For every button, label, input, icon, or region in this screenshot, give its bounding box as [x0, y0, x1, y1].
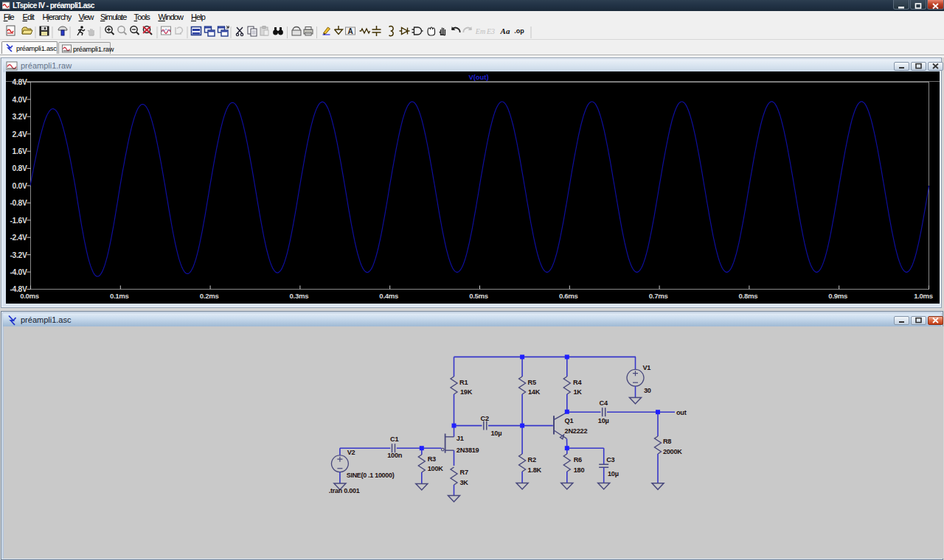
- svg-text:0.0V: 0.0V: [13, 182, 27, 190]
- svg-text:-3.2V: -3.2V: [10, 251, 27, 259]
- svg-text:1K: 1K: [574, 388, 583, 396]
- svg-text:30: 30: [644, 387, 651, 394]
- svg-text:V2: V2: [347, 449, 355, 456]
- svg-text:0.9ms: 0.9ms: [828, 292, 847, 300]
- svg-text:0.7ms: 0.7ms: [649, 292, 668, 300]
- svg-text:3K: 3K: [460, 479, 469, 486]
- svg-text:2N2222: 2N2222: [565, 427, 588, 435]
- svg-text:10µ: 10µ: [598, 417, 609, 424]
- svg-text:V1: V1: [642, 364, 650, 371]
- svg-text:0.5ms: 0.5ms: [469, 292, 488, 300]
- svg-text:4.8V: 4.8V: [13, 78, 27, 86]
- svg-text:-1.6V: -1.6V: [10, 217, 27, 225]
- svg-text:10µ: 10µ: [608, 470, 619, 477]
- svg-text:3.2V: 3.2V: [13, 113, 27, 121]
- svg-text:2000K: 2000K: [663, 448, 682, 455]
- svg-text:0.1ms: 0.1ms: [110, 292, 129, 300]
- svg-text:C3: C3: [606, 456, 614, 463]
- svg-text:100K: 100K: [428, 465, 444, 472]
- svg-text:C1: C1: [390, 435, 398, 443]
- svg-text:10µ: 10µ: [491, 430, 502, 437]
- svg-text:0.6ms: 0.6ms: [559, 292, 578, 300]
- svg-text:V(out): V(out): [468, 73, 488, 81]
- svg-text:R6: R6: [574, 456, 582, 463]
- svg-text:-2.4V: -2.4V: [10, 234, 27, 242]
- svg-text:out: out: [676, 409, 687, 416]
- svg-text:2.4V: 2.4V: [13, 130, 27, 139]
- svg-text:R2: R2: [528, 456, 536, 463]
- svg-text:Q1: Q1: [565, 417, 574, 424]
- svg-text:R4: R4: [573, 379, 582, 386]
- svg-text:1.6V: 1.6V: [13, 147, 27, 155]
- svg-text:.op: .op: [514, 27, 524, 35]
- svg-text:-0.8V: -0.8V: [10, 199, 27, 207]
- svg-text:E3: E3: [486, 27, 495, 35]
- svg-text:Aa: Aa: [500, 27, 510, 35]
- svg-text:4.0V: 4.0V: [13, 96, 27, 104]
- svg-text:0.3ms: 0.3ms: [290, 292, 309, 300]
- svg-text:1.8K: 1.8K: [528, 466, 542, 474]
- svg-text:R3: R3: [428, 455, 436, 463]
- svg-text:.tran 0.001: .tran 0.001: [329, 487, 360, 494]
- svg-text:J1: J1: [457, 435, 464, 442]
- svg-text:R8: R8: [663, 438, 671, 445]
- svg-text:Em: Em: [475, 27, 485, 35]
- svg-text:0.8V: 0.8V: [13, 164, 27, 172]
- svg-text:0.4ms: 0.4ms: [379, 292, 398, 300]
- svg-text:14K: 14K: [528, 388, 541, 396]
- svg-text:0.8ms: 0.8ms: [739, 292, 758, 300]
- svg-text:R7: R7: [460, 469, 468, 476]
- svg-text:0.0ms: 0.0ms: [20, 292, 39, 300]
- svg-text:19K: 19K: [460, 388, 473, 396]
- svg-text:C4: C4: [600, 399, 608, 407]
- svg-text:SINE(0 .1 10000): SINE(0 .1 10000): [347, 472, 395, 479]
- svg-text:-4.0V: -4.0V: [10, 268, 27, 276]
- svg-text:R5: R5: [528, 379, 536, 386]
- svg-text:0.2ms: 0.2ms: [200, 292, 219, 300]
- svg-text:R1: R1: [459, 379, 468, 386]
- svg-text:C2: C2: [481, 415, 489, 422]
- svg-text:1.0ms: 1.0ms: [914, 292, 933, 300]
- svg-text:A: A: [347, 27, 353, 35]
- svg-text:100n: 100n: [387, 452, 403, 459]
- svg-text:180: 180: [574, 466, 585, 474]
- svg-text:2N3819: 2N3819: [457, 447, 479, 454]
